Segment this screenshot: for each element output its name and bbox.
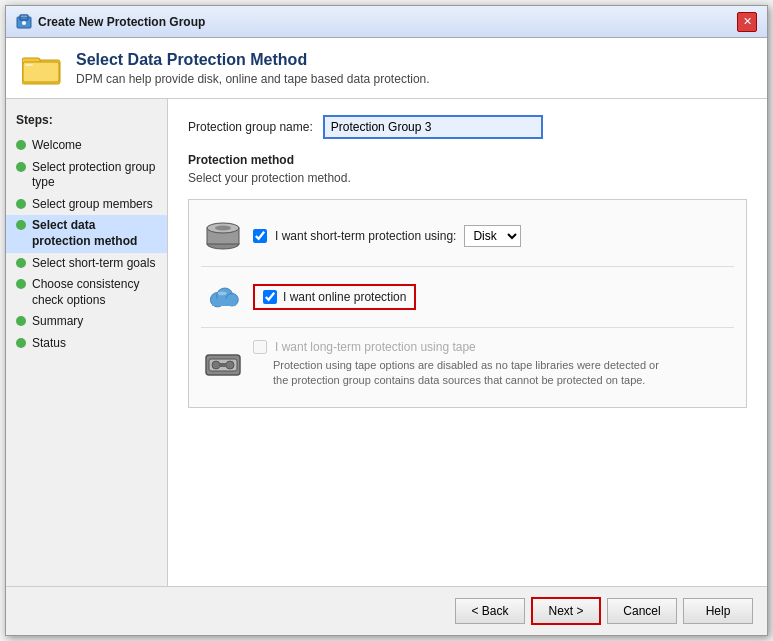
- cloud-icon: [205, 282, 241, 312]
- sidebar-item-status[interactable]: Status: [6, 333, 167, 355]
- sidebar-item-label-data-protection-method: Select data protection method: [32, 218, 157, 249]
- svg-rect-20: [219, 363, 227, 367]
- main-content: Protection group name: Protection method…: [168, 99, 767, 586]
- sidebar-item-protection-group-type[interactable]: Select protection group type: [6, 157, 167, 194]
- dialog: Create New Protection Group ✕ Select Dat…: [5, 5, 768, 636]
- sidebar-item-summary[interactable]: Summary: [6, 311, 167, 333]
- step-dot-consistency-check: [16, 279, 26, 289]
- header-section: Select Data Protection Method DPM can he…: [6, 38, 767, 99]
- footer: < Back Next > Cancel Help: [6, 586, 767, 635]
- short-term-label: I want short-term protection using:: [275, 229, 456, 243]
- protection-options-panel: I want short-term protection using: Disk…: [188, 199, 747, 408]
- short-term-checkbox[interactable]: [253, 229, 267, 243]
- protection-method-title: Protection method: [188, 153, 747, 167]
- disk-icon-container: [205, 218, 241, 254]
- separator-1: [201, 266, 734, 267]
- disk-icon: [205, 222, 241, 250]
- online-label: I want online protection: [283, 290, 406, 304]
- title-bar: Create New Protection Group ✕: [6, 6, 767, 38]
- sidebar-item-label-protection-group-type: Select protection group type: [32, 160, 157, 191]
- sidebar-item-label-summary: Summary: [32, 314, 83, 330]
- tape-note: Protection using tape options are disabl…: [273, 358, 673, 389]
- sidebar-item-short-term-goals[interactable]: Select short-term goals: [6, 253, 167, 275]
- step-dot-data-protection-method: [16, 220, 26, 230]
- svg-point-2: [22, 21, 26, 25]
- sidebar-item-label-consistency-check: Choose consistency check options: [32, 277, 157, 308]
- next-button[interactable]: Next >: [531, 597, 601, 625]
- step-dot-welcome: [16, 140, 26, 150]
- steps-label: Steps:: [6, 109, 167, 135]
- step-dot-group-members: [16, 199, 26, 209]
- step-dot-short-term-goals: [16, 258, 26, 268]
- tape-label: I want long-term protection using tape: [275, 340, 476, 354]
- header-subtitle: DPM can help provide disk, online and ta…: [76, 72, 430, 86]
- protection-method-subtitle: Select your protection method.: [188, 171, 747, 185]
- sidebar-item-consistency-check[interactable]: Choose consistency check options: [6, 274, 167, 311]
- tape-checkbox-row: I want long-term protection using tape: [253, 340, 673, 354]
- sidebar-item-label-group-members: Select group members: [32, 197, 153, 213]
- svg-point-10: [215, 226, 231, 231]
- short-term-option-row: I want short-term protection using: Disk…: [201, 210, 734, 262]
- header-title: Select Data Protection Method: [76, 51, 430, 69]
- sidebar-item-data-protection-method[interactable]: Select data protection method: [6, 215, 167, 252]
- svg-rect-14: [212, 299, 235, 306]
- separator-2: [201, 327, 734, 328]
- tape-icon: [205, 350, 241, 378]
- short-term-checkbox-row: I want short-term protection using: Disk…: [253, 225, 521, 247]
- step-dot-status: [16, 338, 26, 348]
- tape-option-row: I want long-term protection using tape P…: [201, 332, 734, 397]
- svg-point-19: [226, 361, 234, 369]
- step-dot-protection-group-type: [16, 162, 26, 172]
- folder-icon: [22, 50, 62, 86]
- cancel-button[interactable]: Cancel: [607, 598, 677, 624]
- dialog-title: Create New Protection Group: [38, 15, 205, 29]
- tape-option-content: I want long-term protection using tape P…: [253, 340, 673, 389]
- header-text: Select Data Protection Method DPM can he…: [76, 51, 430, 86]
- sidebar-item-label-welcome: Welcome: [32, 138, 82, 154]
- sidebar-item-welcome[interactable]: Welcome: [6, 135, 167, 157]
- body: Steps: Welcome Select protection group t…: [6, 99, 767, 586]
- close-button[interactable]: ✕: [737, 12, 757, 32]
- online-option-row: I want online protection: [201, 271, 734, 323]
- protection-group-name-label: Protection group name:: [188, 120, 313, 134]
- protection-group-name-row: Protection group name:: [188, 115, 747, 139]
- tape-icon-container: [205, 346, 241, 382]
- protection-group-name-input[interactable]: [323, 115, 543, 139]
- app-icon: [16, 14, 32, 30]
- online-checkbox[interactable]: [263, 290, 277, 304]
- svg-point-18: [212, 361, 220, 369]
- sidebar-item-label-status: Status: [32, 336, 66, 352]
- step-dot-summary: [16, 316, 26, 326]
- short-term-select[interactable]: Disk Tape: [464, 225, 521, 247]
- svg-rect-6: [25, 64, 33, 66]
- help-button[interactable]: Help: [683, 598, 753, 624]
- sidebar-item-label-short-term-goals: Select short-term goals: [32, 256, 155, 272]
- back-button[interactable]: < Back: [455, 598, 525, 624]
- online-protection-highlighted: I want online protection: [253, 284, 416, 310]
- cloud-icon-container: [205, 279, 241, 315]
- title-bar-left: Create New Protection Group: [16, 14, 205, 30]
- tape-checkbox[interactable]: [253, 340, 267, 354]
- sidebar: Steps: Welcome Select protection group t…: [6, 99, 168, 586]
- sidebar-item-group-members[interactable]: Select group members: [6, 194, 167, 216]
- svg-point-15: [218, 292, 227, 296]
